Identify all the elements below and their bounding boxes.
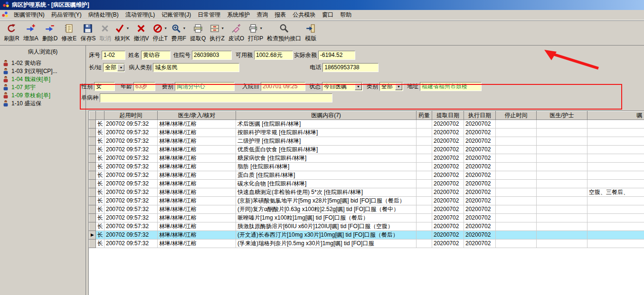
order-start-time: 200702 09:57:32 bbox=[104, 137, 158, 146]
menu-item[interactable]: 系统维护 bbox=[224, 9, 253, 20]
delete-icon bbox=[45, 24, 55, 33]
chevron-down-icon[interactable]: ▼ bbox=[395, 83, 402, 90]
patient-list-item[interactable]: 1-07 郑宇 bbox=[0, 83, 85, 92]
dropdown-arrow-icon[interactable]: ▼ bbox=[126, 27, 129, 30]
fee-button[interactable]: ▼费用F bbox=[170, 22, 188, 43]
menu-item[interactable]: 报表 bbox=[271, 9, 289, 20]
dropdown-arrow-icon[interactable]: ▼ bbox=[259, 27, 263, 30]
delete-button[interactable]: 删除D bbox=[40, 22, 60, 43]
order-row[interactable]: 长200702 09:57:32林琳/林琳/江榕脂肪 [住院眼科/林琳]2020… bbox=[89, 163, 644, 171]
print-button[interactable]: ▼打印P bbox=[246, 22, 265, 43]
menu-item[interactable]: 公共模块 bbox=[289, 9, 319, 20]
status-label: 状态 bbox=[309, 83, 321, 91]
row-selector: ▶ bbox=[89, 231, 96, 240]
name-field[interactable]: 黄幼容 bbox=[141, 51, 170, 60]
modify-button[interactable]: 修改E bbox=[59, 22, 78, 43]
order-nurse bbox=[537, 205, 587, 214]
cancel-button[interactable]: 取消 bbox=[97, 22, 113, 43]
available-field[interactable]: 1002.68元 bbox=[254, 51, 293, 60]
order-extract-date: 20200702 bbox=[432, 129, 464, 137]
patient-list-item[interactable]: 1-10 盛运保 bbox=[0, 100, 85, 108]
order-row[interactable]: 长200702 09:57:32林琳/林琳/江榕二级护理 [住院眼科/林琳]20… bbox=[89, 137, 644, 146]
template-button[interactable]: 模版 bbox=[303, 22, 318, 43]
column-header[interactable]: 起用时间 bbox=[104, 111, 158, 120]
menu-item[interactable]: 日常管理 bbox=[194, 9, 224, 20]
menu-item[interactable]: 窗口 bbox=[319, 9, 337, 20]
column-header[interactable]: 医生/护士 bbox=[537, 111, 587, 120]
patient-list-item[interactable]: 1-09 章枝俞[单] bbox=[0, 92, 85, 100]
order-start-time: 200702 09:57:32 bbox=[104, 240, 158, 248]
patient-type-label: 病人类别 bbox=[129, 64, 152, 72]
order-row[interactable]: ▶长200702 09:57:32林琳/林琳/江榕(开文通)长春西汀片[10mg… bbox=[89, 231, 644, 240]
order-doctors: 林琳/林琳/江榕 bbox=[158, 120, 236, 129]
column-header[interactable]: 停止时间 bbox=[496, 111, 537, 120]
menu-item[interactable]: 医嘱管理(N) bbox=[10, 9, 48, 20]
order-row[interactable]: 长200702 09:57:32林琳/林琳/江榕糖尿病饮食 [住院眼科/林琳]2… bbox=[89, 154, 644, 163]
status-select[interactable]: 今日医嘱 ▼ bbox=[322, 82, 363, 91]
dropdown-arrow-icon[interactable]: ▼ bbox=[221, 27, 224, 30]
undo-button[interactable]: 撤消V bbox=[132, 22, 151, 43]
extract-button[interactable]: 提取Q bbox=[188, 22, 208, 43]
child-window-icon[interactable] bbox=[1, 11, 10, 19]
order-row[interactable]: 长200702 09:57:32林琳/林琳/江榕哌唑嗪片[1mg x100粒]1… bbox=[89, 214, 644, 222]
check-button[interactable]: ▼核对K bbox=[113, 22, 132, 43]
admit-date-field[interactable]: 200701 09:25 bbox=[261, 82, 305, 91]
menu-item[interactable]: 药品管理(Y) bbox=[48, 9, 85, 20]
phone-field[interactable]: 18650953738 bbox=[322, 63, 379, 72]
order-row[interactable]: 长200702 09:57:32林琳/林琳/江榕术后医嘱 [住院眼科/林琳]20… bbox=[89, 120, 644, 129]
add-button[interactable]: 增加A bbox=[21, 22, 40, 43]
column-header[interactable]: 医生/录入/核对 bbox=[158, 111, 236, 120]
duration-select[interactable]: 全部 ▼ bbox=[103, 63, 125, 72]
menu-item[interactable]: 记账管理(J) bbox=[158, 9, 194, 20]
patient-type-field[interactable]: 城乡居民 bbox=[153, 63, 239, 72]
order-row[interactable]: 长200702 09:57:32林琳/林琳/江榕(开同)复方α酮酸片[0.63g… bbox=[89, 205, 644, 214]
order-row[interactable]: 长200702 09:57:32林琳/林琳/江榕蛋白质 [住院眼科/林琳]202… bbox=[89, 171, 644, 180]
order-row[interactable]: 长200702 09:57:32林琳/林琳/江榕胰激肽原酶肠溶片[60IU x6… bbox=[89, 222, 644, 231]
single-disease-field[interactable] bbox=[100, 93, 332, 102]
title-bar[interactable]: 病区护理系统 - [病区医嘱维护] bbox=[0, 0, 644, 10]
dropdown-arrow-icon[interactable]: ▼ bbox=[182, 27, 186, 30]
admission-no-field[interactable]: 26039803 bbox=[192, 51, 232, 60]
row-selector bbox=[89, 163, 96, 171]
patient-list-item[interactable]: 1-04 魏淑侠[单] bbox=[0, 75, 85, 83]
refresh-button[interactable]: 刷新R bbox=[2, 22, 21, 43]
column-header[interactable] bbox=[96, 111, 104, 120]
interface-button[interactable]: 检查预约接口 bbox=[265, 22, 303, 43]
order-dose bbox=[417, 171, 432, 180]
column-header[interactable]: 执行日期 bbox=[464, 111, 496, 120]
order-row[interactable]: 长200702 09:57:32林琳/林琳/江榕按眼科护理常规 [住院眼科/林琳… bbox=[89, 129, 644, 137]
column-header[interactable]: 提取日期 bbox=[432, 111, 464, 120]
fee-type-field[interactable]: 闽清分中心 bbox=[175, 82, 235, 91]
execute-button[interactable]: ▼执行Z bbox=[208, 22, 226, 43]
column-header[interactable] bbox=[89, 111, 96, 120]
column-header[interactable]: 医嘱内容(7) bbox=[236, 111, 417, 120]
save-button[interactable]: 保存S bbox=[78, 22, 97, 43]
balance-field[interactable]: -6194.52 bbox=[318, 51, 355, 60]
order-row[interactable]: 长200702 09:57:32林琳/林琳/江榕快速血糖测定(非检验科使用) 5… bbox=[89, 188, 644, 197]
menu-item[interactable]: 查询 bbox=[253, 9, 271, 20]
order-row[interactable]: 长200702 09:57:32林琳/林琳/江榕优质低蛋白饮食 [住院眼科/林琳… bbox=[89, 146, 644, 154]
stop-button[interactable]: ▼停止T bbox=[151, 22, 169, 43]
gender-field[interactable]: 女 bbox=[94, 82, 115, 91]
order-row[interactable]: 长200702 09:57:32林琳/林琳/江榕碳水化合物 [住院眼科/林琳]2… bbox=[89, 180, 644, 188]
order-remark bbox=[587, 120, 644, 129]
order-row[interactable]: 长200702 09:57:32林琳/林琳/江榕(京新)苯磺酸氨氯地平片[5mg… bbox=[89, 197, 644, 205]
menu-item[interactable]: 流动管理(L) bbox=[122, 9, 159, 20]
dropdown-arrow-icon[interactable]: ▼ bbox=[164, 27, 167, 30]
menu-item[interactable]: 病情处理(B) bbox=[85, 9, 122, 20]
address-field[interactable]: 福建省福州市鼓楼 bbox=[420, 82, 482, 91]
bed-field[interactable]: 1-02 bbox=[102, 51, 125, 60]
skin-test-button[interactable]: 皮试O bbox=[227, 22, 246, 43]
column-header[interactable]: 药量 bbox=[417, 111, 432, 120]
order-dose bbox=[417, 231, 432, 240]
age-field[interactable]: 63岁 bbox=[133, 82, 155, 91]
chevron-down-icon[interactable]: ▼ bbox=[355, 83, 362, 90]
patient-list-item[interactable]: 1-03 刘汉明[CP]... bbox=[0, 67, 85, 75]
category-select[interactable]: 全部 ▼ bbox=[379, 82, 403, 91]
patient-list-item[interactable]: 1-02 黄幼容 bbox=[0, 59, 85, 67]
column-header[interactable]: 嘱 bbox=[587, 111, 644, 120]
order-row[interactable]: 长200702 09:57:32林琳/林琳/江榕(孚来迪)瑞格列奈片[0.5mg… bbox=[89, 240, 644, 248]
menu-item[interactable]: 帮助 bbox=[337, 9, 355, 20]
chevron-down-icon[interactable]: ▼ bbox=[117, 64, 124, 71]
order-doctors: 林琳/林琳/江榕 bbox=[158, 180, 236, 188]
